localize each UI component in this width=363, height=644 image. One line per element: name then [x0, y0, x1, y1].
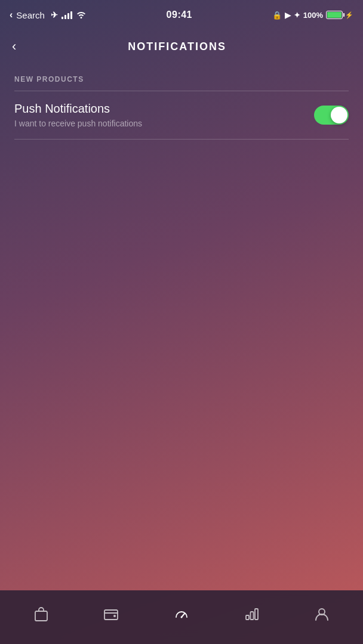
setting-text: Push Notifications I want to receive pus…	[14, 102, 142, 128]
person-icon	[313, 606, 330, 623]
bluetooth-icon: ✦	[294, 11, 300, 20]
tab-profile[interactable]	[287, 606, 357, 623]
speedometer-icon	[173, 606, 190, 623]
section-label: NEW PRODUCTS	[14, 75, 349, 83]
wifi-icon	[76, 10, 87, 20]
setting-subtitle: I want to receive push notifications	[14, 119, 142, 128]
bottom-divider	[14, 139, 349, 140]
signal-bars-icon	[61, 11, 72, 19]
tab-dashboard[interactable]	[146, 606, 217, 623]
status-time: 09:41	[167, 10, 192, 20]
page-title: NOTIFICATIONS	[16, 41, 338, 53]
status-left: ‹ Search ✈	[10, 10, 87, 20]
svg-rect-1	[104, 610, 118, 620]
chart-icon	[244, 606, 260, 623]
airplane-icon: ✈	[51, 10, 58, 20]
toggle-knob	[331, 107, 347, 123]
status-search-text[interactable]: Search	[16, 10, 45, 20]
svg-rect-7	[255, 609, 258, 620]
wallet-icon	[103, 606, 119, 623]
tab-shop[interactable]	[6, 606, 76, 623]
setting-title: Push Notifications	[14, 102, 142, 116]
push-notification-row: Push Notifications I want to receive pus…	[14, 91, 349, 139]
svg-point-4	[180, 617, 182, 618]
status-right: 🔒 ▶ ✦ 100% ⚡	[272, 11, 353, 20]
push-notifications-toggle[interactable]	[314, 106, 349, 125]
svg-rect-5	[246, 615, 249, 620]
svg-rect-0	[35, 611, 47, 621]
back-button[interactable]: ‹	[12, 39, 16, 54]
status-back-arrow: ‹	[10, 10, 13, 20]
tab-bar	[0, 590, 363, 644]
status-bar: ‹ Search ✈ 09:41 🔒 ▶ ✦ 100% ⚡	[0, 0, 363, 30]
location-icon: ▶	[285, 11, 291, 20]
tab-chart[interactable]	[217, 606, 287, 623]
svg-rect-6	[250, 612, 253, 620]
battery-percent: 100%	[303, 11, 323, 20]
bag-icon	[33, 606, 50, 623]
svg-point-2	[113, 615, 116, 617]
content-area: NEW PRODUCTS Push Notifications I want t…	[0, 63, 363, 140]
lock-icon: 🔒	[272, 11, 282, 20]
battery-indicator: ⚡	[326, 11, 353, 19]
nav-bar: ‹ NOTIFICATIONS	[0, 30, 363, 63]
tab-wallet[interactable]	[76, 606, 147, 623]
